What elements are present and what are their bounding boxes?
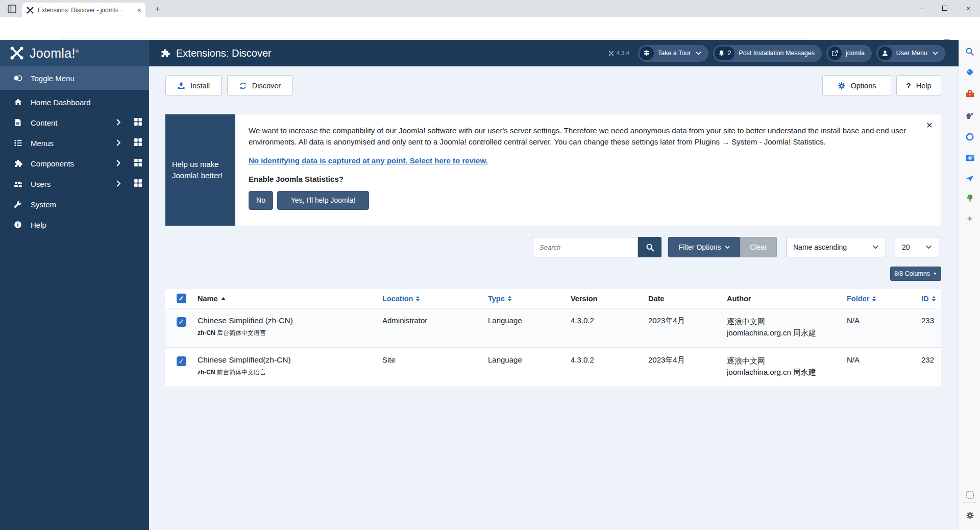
search-input[interactable] bbox=[533, 237, 638, 257]
date-cell: 2023年4月 bbox=[648, 355, 727, 380]
joomla-statistics-panel: Help us make Joomla! better! We want to … bbox=[165, 114, 941, 226]
statistics-review-link[interactable]: No identifying data is captured at any p… bbox=[249, 156, 488, 165]
discover-button[interactable]: Discover bbox=[227, 75, 292, 96]
sidebar-item-users[interactable]: Users bbox=[0, 174, 149, 194]
chevron-down-icon bbox=[872, 245, 879, 249]
browser-tab[interactable]: Extensions: Discover - joomla - A × bbox=[22, 3, 145, 17]
tab-close-icon[interactable]: × bbox=[137, 7, 141, 14]
puzzle-icon bbox=[13, 159, 22, 168]
sidebar-item-components[interactable]: Components bbox=[0, 153, 149, 174]
window-close-button[interactable]: × bbox=[957, 0, 980, 16]
edge-sidebar: + bbox=[959, 40, 980, 530]
sidebar-item-content[interactable]: Content bbox=[0, 112, 149, 133]
version-cell: 4.3.0.2 bbox=[571, 316, 648, 341]
help-button[interactable]: ? Help bbox=[896, 75, 941, 96]
post-installation-messages-button[interactable]: 2 Post Installation Messages bbox=[713, 45, 822, 62]
folder-cell: N/A bbox=[847, 316, 921, 341]
type-cell: Language bbox=[488, 355, 571, 380]
main-content: Install Discover Options ? Help Help us … bbox=[149, 66, 959, 530]
joomla-version-icon bbox=[608, 51, 614, 56]
columns-toggle-button[interactable]: 8/8 Columns bbox=[890, 267, 941, 281]
version-cell: 4.3.0.2 bbox=[571, 355, 648, 380]
user-icon bbox=[881, 50, 889, 57]
upload-icon bbox=[177, 82, 185, 90]
sort-asc-icon bbox=[221, 297, 226, 300]
extension-name-cell: Chinese Simplified(zh-CN) zh-CN 前台简体中文语言 bbox=[198, 355, 382, 380]
wrench-icon bbox=[13, 200, 22, 208]
sidebar-add-icon[interactable]: + bbox=[959, 211, 980, 227]
dashboard-grid-icon[interactable] bbox=[134, 138, 142, 148]
type-cell: Language bbox=[488, 316, 571, 341]
bell-icon bbox=[718, 50, 725, 57]
sort-order-select[interactable]: Name ascending bbox=[786, 237, 886, 257]
options-button[interactable]: Options bbox=[822, 75, 891, 96]
user-menu-button[interactable]: User Menu bbox=[876, 45, 945, 62]
dashboard-grid-icon[interactable] bbox=[134, 179, 142, 189]
author-cell: 逐浪中文网 joomlachina.org.cn 周永建 bbox=[727, 316, 847, 341]
column-header-name[interactable]: Name bbox=[198, 295, 382, 303]
extension-name-cell: Chinese Simplified (zh-CN) zh-CN 后台简体中文语… bbox=[198, 316, 382, 341]
chevron-down-icon bbox=[696, 52, 701, 55]
gear-icon bbox=[838, 82, 846, 90]
sidebar-item-system[interactable]: System bbox=[0, 194, 149, 214]
external-link-icon bbox=[831, 50, 838, 57]
new-tab-button[interactable]: + bbox=[152, 4, 164, 14]
search-icon bbox=[646, 243, 654, 252]
joomla-version: 4.3.4 bbox=[608, 50, 629, 56]
browser-toolbar: 不安全 192.168.0.99/administrator/index.php… bbox=[0, 17, 980, 40]
dashboard-grid-icon[interactable] bbox=[134, 117, 142, 128]
sort-both-icon bbox=[872, 296, 876, 302]
clear-filters-button[interactable]: Clear bbox=[740, 237, 777, 257]
sidebar-search-icon[interactable] bbox=[959, 44, 980, 59]
sidebar-shopping-icon[interactable] bbox=[959, 65, 980, 80]
items-per-page-select[interactable]: 20 bbox=[895, 237, 939, 257]
search-button[interactable] bbox=[638, 237, 662, 257]
sidebar-games-icon[interactable] bbox=[959, 108, 980, 123]
info-circle-icon bbox=[13, 221, 22, 229]
location-cell: Site bbox=[382, 355, 488, 380]
window-controls: – × bbox=[910, 0, 980, 16]
sidebar-screenshot-icon[interactable] bbox=[959, 487, 980, 502]
column-header-id[interactable]: ID bbox=[921, 295, 944, 303]
sidebar-tree-icon[interactable] bbox=[959, 190, 980, 206]
joomla-favicon-icon bbox=[26, 6, 34, 14]
column-header-location[interactable]: Location bbox=[382, 295, 488, 303]
folder-cell: N/A bbox=[847, 355, 921, 380]
joomla-logo-block[interactable]: Joomla!® bbox=[0, 40, 149, 66]
sidebar-divider bbox=[963, 502, 976, 503]
sidebar-image-creator-icon[interactable] bbox=[959, 150, 980, 165]
take-a-tour-button[interactable]: Take a Tour bbox=[638, 45, 708, 62]
window-minimize-button[interactable]: – bbox=[910, 0, 933, 16]
location-cell: Administrator bbox=[382, 316, 488, 341]
sidebar-m365-icon[interactable] bbox=[959, 129, 980, 144]
filter-options-button[interactable]: Filter Options bbox=[668, 237, 740, 257]
dashboard-grid-icon[interactable] bbox=[134, 158, 142, 168]
enable-statistics-question: Enable Joomla Statistics? bbox=[249, 175, 927, 183]
sidebar-item-toggle-menu[interactable]: Toggle Menu bbox=[0, 66, 149, 90]
caret-down-icon bbox=[933, 272, 937, 275]
sidebar-drop-icon[interactable] bbox=[959, 171, 980, 186]
joomla-brand: Joomla!® bbox=[30, 46, 79, 61]
column-header-version: Version bbox=[571, 295, 648, 303]
install-button[interactable]: Install bbox=[165, 75, 222, 96]
joomla-logo-icon bbox=[9, 45, 24, 61]
statistics-yes-button[interactable]: Yes, I'll help Joomla! bbox=[277, 191, 369, 210]
row-checkbox[interactable]: ✓ bbox=[177, 317, 186, 327]
statistics-no-button[interactable]: No bbox=[249, 191, 273, 210]
sidebar-item-menus[interactable]: Menus bbox=[0, 133, 149, 153]
close-icon[interactable]: × bbox=[926, 119, 933, 131]
sidebar-tools-icon[interactable] bbox=[959, 86, 980, 102]
sidebar-item-home-dashboard[interactable]: Home Dashboard bbox=[0, 92, 149, 112]
chevron-right-icon bbox=[116, 159, 121, 168]
column-header-type[interactable]: Type bbox=[488, 295, 571, 303]
sidebar-item-help[interactable]: Help bbox=[0, 214, 149, 235]
column-header-folder[interactable]: Folder bbox=[847, 295, 921, 303]
row-checkbox[interactable]: ✓ bbox=[177, 356, 186, 366]
sidebar-settings-icon[interactable] bbox=[959, 508, 980, 523]
window-maximize-button[interactable] bbox=[933, 0, 957, 16]
sort-both-icon bbox=[507, 296, 512, 302]
tab-actions-icon[interactable] bbox=[5, 3, 18, 14]
admin-sidebar: Toggle Menu Home Dashboard Content Menus… bbox=[0, 66, 149, 530]
select-all-checkbox[interactable]: ✓ bbox=[177, 294, 186, 303]
site-preview-button[interactable]: joomla bbox=[826, 45, 872, 62]
